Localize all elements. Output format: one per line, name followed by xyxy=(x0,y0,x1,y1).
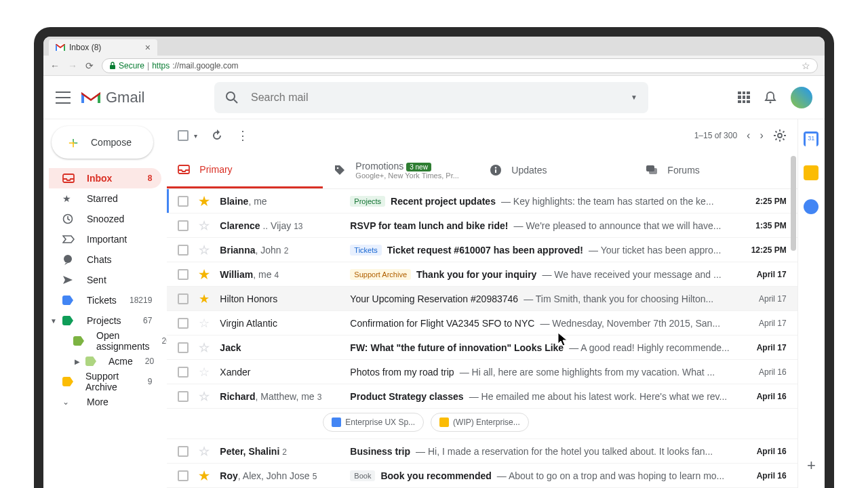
sidebar-item-important[interactable]: Important xyxy=(49,229,161,249)
sidebar-item-chats[interactable]: Chats xyxy=(49,249,161,270)
sidebar-item-tickets[interactable]: Tickets 18219 xyxy=(49,290,161,310)
browser-tab[interactable]: Inbox (8) × xyxy=(49,39,157,56)
label-chip[interactable]: Book xyxy=(350,470,375,481)
email-row[interactable]: ★Hilton HonorsYour Upcoming Reservation … xyxy=(167,287,797,311)
main-menu-icon[interactable] xyxy=(56,92,71,104)
sidebar-item-starred[interactable]: ★ Starred xyxy=(49,188,161,209)
label-chip[interactable]: Projects xyxy=(350,196,385,207)
row-checkbox[interactable] xyxy=(178,446,189,457)
star-icon[interactable]: ★ xyxy=(198,194,210,209)
sidebar: ＋ Compose Inbox 8 ★ Starred Snoozed xyxy=(43,119,167,488)
forward-icon[interactable]: → xyxy=(68,60,77,71)
attachment-chip[interactable]: (WIP) Enterprise... xyxy=(431,413,529,432)
search-input[interactable] xyxy=(251,92,618,104)
notifications-icon[interactable] xyxy=(764,91,777,104)
chevron-right-icon[interactable]: ▶ xyxy=(75,358,80,365)
row-checkbox[interactable] xyxy=(178,391,189,402)
back-icon[interactable]: ← xyxy=(50,60,60,71)
email-list[interactable]: ★Blaine, meProjectsRecent project update… xyxy=(167,189,797,488)
star-icon[interactable]: ☆ xyxy=(198,340,210,355)
row-checkbox[interactable] xyxy=(178,269,189,280)
email-row[interactable]: ☆Virgin AtlanticConfirmation for Flight … xyxy=(167,311,797,336)
close-tab-icon[interactable]: × xyxy=(145,42,151,53)
email-row[interactable]: ☆Peter, Shalini2Business trip — Hi, I ma… xyxy=(167,439,797,464)
row-checkbox[interactable] xyxy=(178,220,189,231)
settings-gear-icon[interactable] xyxy=(773,129,787,142)
star-icon[interactable]: ☆ xyxy=(198,444,210,459)
apps-grid-icon[interactable] xyxy=(738,92,750,104)
star-icon[interactable]: ☆ xyxy=(198,243,210,258)
prev-page-icon[interactable]: ‹ xyxy=(747,129,750,142)
more-icon[interactable]: ⋮ xyxy=(237,128,249,143)
star-icon[interactable]: ☆ xyxy=(198,365,210,380)
label-chip[interactable]: Support Archive xyxy=(350,269,411,280)
sidebar-item-snoozed[interactable]: Snoozed xyxy=(49,209,161,229)
sidebar-count: 9 xyxy=(148,377,153,386)
sidebar-item-acme[interactable]: ▶ Acme 20 xyxy=(49,351,161,371)
sidebar-item-more[interactable]: ⌄ More xyxy=(49,392,161,412)
scrollbar-thumb[interactable] xyxy=(791,156,796,251)
star-icon[interactable]: ☆ xyxy=(198,218,210,233)
email-row[interactable]: ☆Brianna, John2TicketsTicket request #61… xyxy=(167,238,797,262)
star-icon[interactable]: ★ xyxy=(198,468,210,483)
label-chip[interactable]: Tickets xyxy=(350,245,381,256)
sidebar-item-inbox[interactable]: Inbox 8 xyxy=(49,168,161,188)
email-row[interactable]: ☆XanderPhotos from my road trip — Hi all… xyxy=(167,360,797,384)
svg-rect-3 xyxy=(63,174,74,182)
calendar-icon[interactable]: 31 xyxy=(804,131,818,146)
attachment-chip[interactable]: Enterprise UX Sp... xyxy=(323,413,424,432)
star-icon[interactable]: ★ xyxy=(198,291,210,306)
tab-updates[interactable]: Updates xyxy=(479,152,635,188)
sender: Peter, Shalini2 xyxy=(220,446,340,457)
sidebar-item-open-assignments[interactable]: Open assignments 20 xyxy=(49,331,161,351)
search-box[interactable]: ▼ xyxy=(214,82,648,113)
tab-forums[interactable]: Forums xyxy=(635,152,791,188)
reload-icon[interactable]: ⟳ xyxy=(85,60,94,71)
email-row[interactable]: ★William, me4Support ArchiveThank you fo… xyxy=(167,262,797,287)
add-addon-icon[interactable]: + xyxy=(807,457,816,474)
row-checkbox[interactable] xyxy=(178,470,189,481)
next-page-icon[interactable]: › xyxy=(760,129,763,142)
row-checkbox[interactable] xyxy=(178,293,189,304)
tab-primary[interactable]: Primary xyxy=(167,152,323,188)
sender: Richard, Matthew, me3 xyxy=(220,391,340,402)
tasks-icon[interactable] xyxy=(804,199,818,214)
bookmark-star-icon[interactable]: ☆ xyxy=(802,60,810,71)
sidebar-count: 20 xyxy=(162,336,167,346)
search-options-icon[interactable]: ▼ xyxy=(631,94,637,101)
email-row[interactable]: ★Blaine, meProjectsRecent project update… xyxy=(167,189,797,214)
subject-line: RSVP for team lunch and bike ride! — We'… xyxy=(350,220,729,231)
select-menu-caret-icon[interactable]: ▾ xyxy=(194,132,197,140)
row-checkbox[interactable] xyxy=(178,367,189,378)
email-row[interactable]: ★Roy, Alex, John Jose5BookBook you recom… xyxy=(167,464,797,488)
email-row[interactable]: ☆Richard, Matthew, me3Product Strategy c… xyxy=(167,384,797,409)
star-icon[interactable]: ★ xyxy=(198,267,210,282)
chevron-down-icon[interactable]: ▼ xyxy=(50,317,57,325)
secure-lock-icon: Secure xyxy=(109,61,144,70)
sidebar-item-support-archive[interactable]: Support Archive 9 xyxy=(49,371,161,392)
compose-button[interactable]: ＋ Compose xyxy=(52,126,153,159)
label-icon xyxy=(85,357,96,366)
svg-point-8 xyxy=(337,167,339,169)
email-row[interactable]: ☆JackFW: What "the future of innovation"… xyxy=(167,336,797,360)
slides-icon xyxy=(439,418,449,427)
search-icon[interactable] xyxy=(225,91,239,104)
email-row[interactable]: ☆Clarence .. Vijay13RSVP for team lunch … xyxy=(167,214,797,238)
tab-promotions[interactable]: Promotions3 new Google+, New York Times,… xyxy=(323,152,479,188)
row-checkbox[interactable] xyxy=(178,196,189,207)
star-icon[interactable]: ☆ xyxy=(198,316,210,331)
account-avatar[interactable] xyxy=(791,87,812,108)
row-checkbox[interactable] xyxy=(178,318,189,329)
row-checkbox[interactable] xyxy=(178,342,189,353)
address-bar[interactable]: Secure | https://mail.google.com ☆ xyxy=(102,58,818,73)
sidebar-label: More xyxy=(87,396,108,407)
sidebar-label: Snoozed xyxy=(87,214,124,224)
select-all-checkbox[interactable] xyxy=(178,130,189,141)
sender: Virgin Atlantic xyxy=(220,318,340,329)
sidebar-item-projects[interactable]: ▼ Projects 67 xyxy=(49,310,161,331)
sidebar-item-sent[interactable]: Sent xyxy=(49,270,161,290)
keep-icon[interactable] xyxy=(804,165,818,180)
star-icon[interactable]: ☆ xyxy=(198,389,210,404)
row-checkbox[interactable] xyxy=(178,245,189,256)
refresh-icon[interactable] xyxy=(211,129,223,142)
